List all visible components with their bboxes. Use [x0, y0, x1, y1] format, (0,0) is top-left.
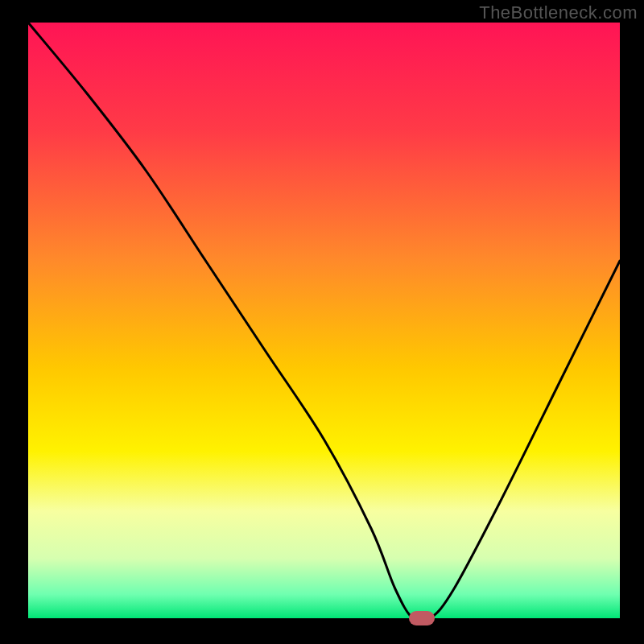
chart-frame: TheBottleneck.com [0, 0, 644, 644]
bottleneck-curve [28, 23, 620, 618]
watermark-text: TheBottleneck.com [479, 2, 638, 23]
selected-point-marker [409, 611, 435, 625]
plot-area [28, 23, 620, 618]
curve-path [28, 23, 620, 622]
